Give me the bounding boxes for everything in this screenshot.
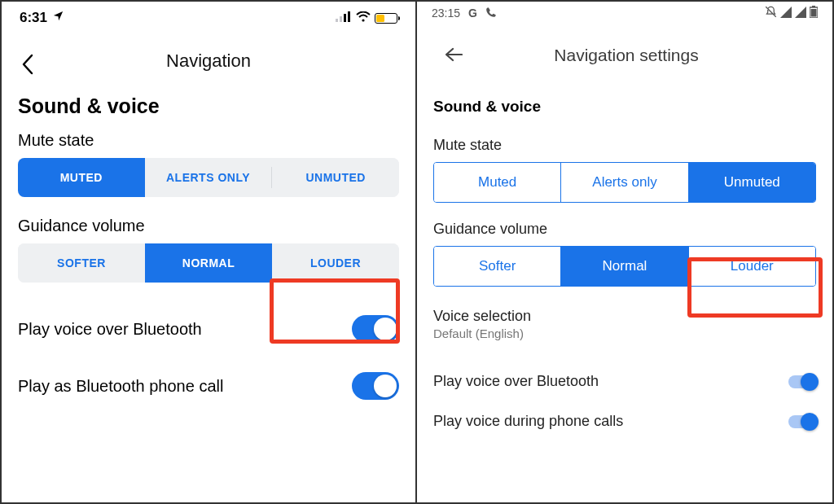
toggle-play-during-calls[interactable] [788, 415, 816, 428]
ios-status-time: 6:31 [20, 10, 47, 26]
mute-option-unmuted[interactable]: UNMUTED [272, 158, 399, 197]
row-label: Play voice over Bluetooth [433, 373, 599, 390]
ios-screen: 6:31 [2, 2, 417, 502]
svg-rect-2 [344, 14, 346, 22]
row-play-over-bluetooth: Play voice over Bluetooth [18, 299, 399, 356]
signal-icon [780, 7, 792, 20]
mute-state-label: Mute state [18, 128, 399, 158]
wifi-icon [356, 10, 371, 26]
toggle-play-over-bluetooth[interactable] [352, 315, 399, 343]
guidance-option-normal[interactable]: Normal [560, 247, 687, 286]
android-screen: 23:15 G [417, 2, 832, 502]
mute-option-muted[interactable]: Muted [434, 163, 560, 202]
guidance-option-normal[interactable]: NORMAL [145, 243, 272, 283]
battery-icon [375, 13, 397, 24]
section-sound-voice: Sound & voice [18, 83, 399, 128]
battery-icon [810, 6, 818, 20]
mute-option-alerts[interactable]: ALERTS ONLY [145, 158, 272, 197]
mute-state-segmented: Muted Alerts only Unmuted [433, 162, 816, 203]
guidance-volume-label: Guidance volume [433, 221, 816, 246]
guidance-volume-label: Guidance volume [18, 213, 399, 243]
voice-selection-label: Voice selection [433, 308, 816, 325]
mute-option-alerts[interactable]: Alerts only [560, 163, 687, 202]
location-arrow-icon [52, 10, 64, 26]
page-title: Navigation settings [467, 46, 810, 65]
guidance-option-softer[interactable]: Softer [434, 247, 560, 286]
guidance-option-softer[interactable]: SOFTER [18, 243, 145, 283]
mute-state-label: Mute state [433, 137, 816, 162]
toggle-play-as-phone-call[interactable] [352, 372, 399, 400]
guidance-option-louder[interactable]: LOUDER [272, 243, 399, 283]
row-play-as-phone-call: Play as Bluetooth phone call [18, 356, 399, 413]
svg-rect-3 [348, 11, 350, 22]
back-button[interactable] [21, 54, 34, 79]
svg-rect-0 [336, 19, 338, 22]
android-nav-header: Navigation settings [433, 23, 816, 81]
row-play-during-calls: Play voice during phone calls [433, 401, 816, 441]
row-label: Play voice over Bluetooth [18, 320, 202, 339]
cellular-signal-icon [336, 10, 352, 26]
page-title: Navigation [23, 50, 394, 72]
ios-nav-header: Navigation [18, 31, 399, 83]
mute-state-segmented: MUTED ALERTS ONLY UNMUTED [18, 158, 399, 197]
guidance-volume-segmented: Softer Normal Louder [433, 246, 816, 287]
android-status-bar: 23:15 G [417, 2, 832, 23]
mute-option-unmuted[interactable]: Unmuted [688, 163, 815, 202]
signal-icon [795, 7, 806, 20]
toggle-play-over-bluetooth[interactable] [788, 375, 816, 388]
back-button[interactable] [440, 44, 467, 67]
svg-rect-7 [811, 9, 817, 17]
google-icon: G [468, 7, 477, 20]
phone-icon [485, 7, 497, 20]
guidance-volume-segmented: SOFTER NORMAL LOUDER [18, 243, 399, 283]
row-label: Play as Bluetooth phone call [18, 377, 223, 396]
row-label: Play voice during phone calls [433, 413, 623, 430]
android-status-time: 23:15 [432, 7, 460, 20]
svg-point-4 [362, 19, 364, 21]
row-play-over-bluetooth: Play voice over Bluetooth [433, 362, 816, 401]
mute-option-muted[interactable]: MUTED [18, 158, 145, 197]
voice-selection-row[interactable]: Voice selection Default (English) [433, 305, 816, 362]
notifications-off-icon [765, 6, 777, 20]
svg-rect-1 [340, 16, 342, 22]
ios-status-bar: 6:31 [2, 2, 415, 31]
voice-selection-value: Default (English) [433, 325, 816, 340]
section-sound-voice: Sound & voice [433, 81, 816, 137]
guidance-option-louder[interactable]: Louder [688, 247, 815, 286]
